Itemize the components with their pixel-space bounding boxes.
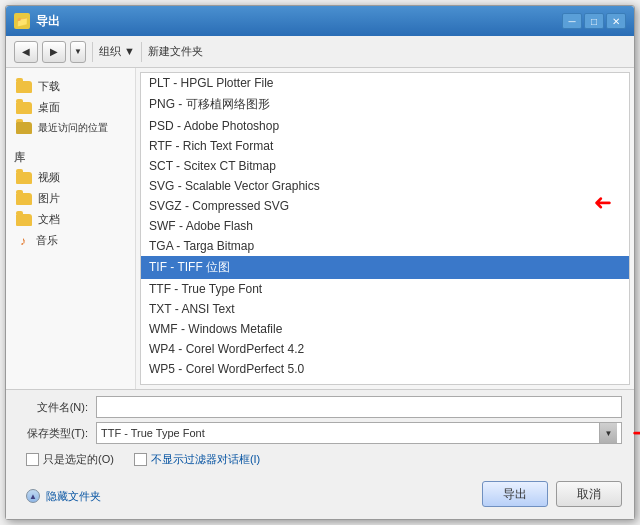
folder-icon — [16, 122, 32, 134]
sidebar-item-documents[interactable]: 文档 — [10, 209, 131, 230]
sidebar-item-recent[interactable]: 最近访问的位置 — [10, 118, 131, 138]
checkbox-selected-only[interactable]: 只是选定的(O) — [26, 452, 114, 467]
filename-label: 文件名(N): — [18, 400, 88, 415]
bottom-bar: ▲ 隐藏文件夹 导出 取消 — [18, 475, 622, 513]
hidden-files-toggle[interactable]: ▲ 隐藏文件夹 — [18, 485, 109, 504]
file-list-item[interactable]: PSD - Adobe Photoshop — [141, 116, 629, 136]
bottom-section: 文件名(N): 保存类型(T): TTF - True Type Font ▼ … — [6, 389, 634, 519]
checkbox-no-filter[interactable]: 不显示过滤器对话框(I) — [134, 452, 260, 467]
file-fields: 文件名(N): 保存类型(T): TTF - True Type Font ▼ … — [18, 396, 622, 444]
sidebar-item-label: 音乐 — [36, 233, 58, 248]
file-list-item[interactable]: TIF - TIFF 位图 — [141, 256, 629, 279]
maximize-button[interactable]: □ — [584, 13, 604, 29]
library-header: 库 — [10, 148, 131, 167]
file-list-item[interactable]: SVGZ - Compressed SVG — [141, 196, 629, 216]
sidebar-item-label: 文档 — [38, 212, 60, 227]
title-bar: 📁 导出 ─ □ ✕ — [6, 6, 634, 36]
options-row: 只是选定的(O) 不显示过滤器对话框(I) — [18, 452, 622, 467]
separator2 — [141, 42, 142, 62]
file-list-item[interactable]: SVG - Scalable Vector Graphics — [141, 176, 629, 196]
file-list-item[interactable]: WP5 - Corel WordPerfect 5.1 — [141, 379, 629, 385]
sidebar-item-music[interactable]: ♪ 音乐 — [10, 230, 131, 251]
file-list-item[interactable]: TTF - True Type Font — [141, 279, 629, 299]
sidebar-item-label: 图片 — [38, 191, 60, 206]
dialog-icon: 📁 — [14, 13, 30, 29]
dropdown-button[interactable]: ▼ — [70, 41, 86, 63]
filetype-label: 保存类型(T): — [18, 426, 88, 441]
export-button[interactable]: 导出 — [482, 481, 548, 507]
select-arrow-icon: ▼ — [599, 423, 617, 443]
action-buttons: 导出 取消 — [482, 477, 622, 511]
file-list-item[interactable]: WP5 - Corel WordPerfect 5.0 — [141, 359, 629, 379]
checkbox-icon2[interactable] — [134, 453, 147, 466]
quick-access-section: 下载 桌面 最近访问的位置 — [10, 76, 131, 138]
sidebar-item-label: 下载 — [38, 79, 60, 94]
file-list-item[interactable]: TGA - Targa Bitmap — [141, 236, 629, 256]
organize-button[interactable]: 组织 ▼ — [99, 44, 135, 59]
main-content: 下载 桌面 最近访问的位置 库 视频 图片 — [6, 68, 634, 389]
sidebar-item-label: 最近访问的位置 — [38, 121, 108, 135]
title-bar-left: 📁 导出 — [14, 13, 60, 30]
file-list-item[interactable]: PLT - HPGL Plotter File — [141, 73, 629, 93]
folder-icon — [16, 102, 32, 114]
filename-row: 文件名(N): — [18, 396, 622, 418]
hidden-files-label: 隐藏文件夹 — [46, 489, 101, 504]
music-icon: ♪ — [16, 234, 30, 248]
export-dialog: 📁 导出 ─ □ ✕ ◀ ▶ ▼ 组织 ▼ 新建文件夹 下载 — [5, 5, 635, 520]
forward-button[interactable]: ▶ — [42, 41, 66, 63]
folder-icon — [16, 193, 32, 205]
filetype-row: 保存类型(T): TTF - True Type Font ▼ ➜ — [18, 422, 622, 444]
title-controls: ─ □ ✕ — [562, 13, 626, 29]
checkbox-label-text2: 不显示过滤器对话框(I) — [151, 452, 260, 467]
file-list-item[interactable]: PNG - 可移植网络图形 — [141, 93, 629, 116]
toolbar: ◀ ▶ ▼ 组织 ▼ 新建文件夹 — [6, 36, 634, 68]
filename-input[interactable] — [96, 396, 622, 418]
sidebar-item-label: 视频 — [38, 170, 60, 185]
file-list[interactable]: PLT - HPGL Plotter FilePNG - 可移植网络图形PSD … — [140, 72, 630, 385]
file-list-item[interactable]: TXT - ANSI Text — [141, 299, 629, 319]
separator — [92, 42, 93, 62]
folder-icon — [16, 172, 32, 184]
file-list-item[interactable]: SCT - Scitex CT Bitmap — [141, 156, 629, 176]
back-button[interactable]: ◀ — [14, 41, 38, 63]
checkbox-icon[interactable] — [26, 453, 39, 466]
file-list-item[interactable]: WMF - Windows Metafile — [141, 319, 629, 339]
minimize-button[interactable]: ─ — [562, 13, 582, 29]
file-list-wrapper: PLT - HPGL Plotter FilePNG - 可移植网络图形PSD … — [140, 72, 630, 385]
file-list-ul: PLT - HPGL Plotter FilePNG - 可移植网络图形PSD … — [141, 73, 629, 385]
sidebar-item-label: 桌面 — [38, 100, 60, 115]
sidebar: 下载 桌面 最近访问的位置 库 视频 图片 — [6, 68, 136, 389]
cancel-button[interactable]: 取消 — [556, 481, 622, 507]
sidebar-item-downloads[interactable]: 下载 — [10, 76, 131, 97]
sidebar-item-desktop[interactable]: 桌面 — [10, 97, 131, 118]
dialog-title: 导出 — [36, 13, 60, 30]
file-list-item[interactable]: RTF - Rich Text Format — [141, 136, 629, 156]
checkbox-label-text: 只是选定的(O) — [43, 452, 114, 467]
close-button[interactable]: ✕ — [606, 13, 626, 29]
expand-icon: ▲ — [26, 489, 40, 503]
sidebar-item-pictures[interactable]: 图片 — [10, 188, 131, 209]
new-folder-button[interactable]: 新建文件夹 — [148, 44, 203, 59]
filetype-arrow-indicator: ➜ — [632, 420, 640, 446]
filetype-select-text: TTF - True Type Font — [101, 427, 599, 439]
folder-icon — [16, 81, 32, 93]
sidebar-item-video[interactable]: 视频 — [10, 167, 131, 188]
file-list-item[interactable]: WP4 - Corel WordPerfect 4.2 — [141, 339, 629, 359]
folder-icon — [16, 214, 32, 226]
file-list-item[interactable]: SWF - Adobe Flash — [141, 216, 629, 236]
library-section: 库 视频 图片 文档 ♪ 音乐 — [10, 148, 131, 251]
filetype-select[interactable]: TTF - True Type Font ▼ — [96, 422, 622, 444]
